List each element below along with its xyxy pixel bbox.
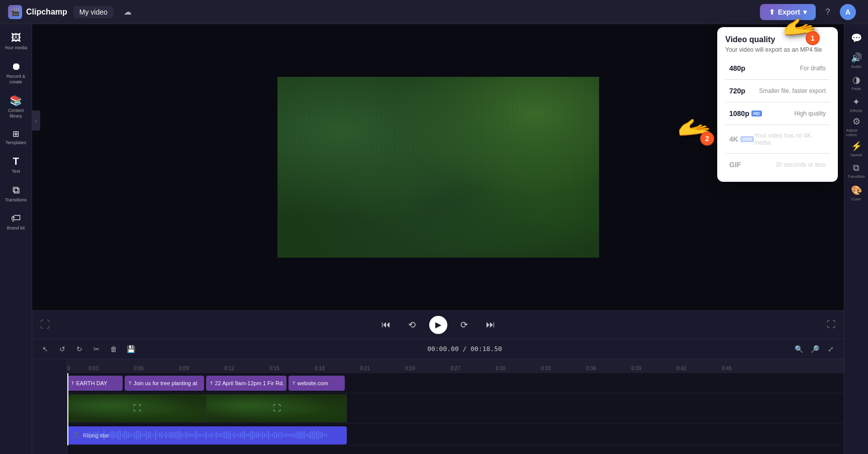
your-media-icon: 🖼 xyxy=(11,32,21,44)
right-tool-speed[interactable]: ⚡ Speed xyxy=(846,139,866,159)
export-arrow-icon: ▾ xyxy=(803,8,807,16)
ruler-marks: 0:03 0:06 0:09 0:12 0:15 0:18 0:21 0:24 … xyxy=(71,366,749,371)
quality-option-480p[interactable]: 480p For drafts xyxy=(725,59,830,77)
right-tool-captions[interactable]: 💬 xyxy=(846,28,866,48)
ruler-mark: 0:03 xyxy=(71,366,116,371)
video-clip-1[interactable]: ⛶ xyxy=(67,394,207,422)
zoom-controls: 🔍 🔎 ⤢ xyxy=(792,342,838,356)
templates-icon: ⊞ xyxy=(13,129,19,139)
transition-icon: ⧉ xyxy=(853,163,859,173)
divider xyxy=(725,125,830,125)
quality-desc-480p: For drafts xyxy=(800,65,826,72)
cut-tool[interactable]: ✂ xyxy=(89,342,104,356)
audio-track[interactable]: 🎵 Rising star xyxy=(67,426,347,444)
ruler-mark: 0:06 xyxy=(116,366,161,371)
topbar-right-icons: ⬆ Export ▾ ? A xyxy=(760,4,856,20)
user-avatar[interactable]: A xyxy=(840,4,856,20)
color-label: Color xyxy=(851,197,861,201)
play-button[interactable]: ▶ xyxy=(429,316,447,334)
speed-label: Speed xyxy=(850,153,862,157)
topbar: 🎬 Clipchamp My video ☁ ⬆ Export ▾ ? A xyxy=(0,0,868,24)
forward-button[interactable]: ⟳ xyxy=(455,316,473,334)
sidebar-item-record-create[interactable]: ⏺ Record & create xyxy=(2,57,30,89)
zoom-out-button[interactable]: 🔍 xyxy=(792,342,806,356)
quality-name-720p: 720p xyxy=(729,87,745,95)
sidebar-label-your-media: Your media xyxy=(5,45,27,51)
sidebar-item-templates[interactable]: ⊞ Templates xyxy=(2,125,30,150)
fullscreen-button[interactable]: ⛶ xyxy=(827,319,836,330)
save-tool[interactable]: 💾 xyxy=(124,342,138,356)
crop-icon[interactable]: ⛶ xyxy=(40,319,50,330)
help-icon[interactable]: ? xyxy=(820,4,836,20)
my-video-tab[interactable]: My video xyxy=(73,6,114,18)
right-tool-transition[interactable]: ⧉ Transition xyxy=(846,161,866,181)
fade-label: Fade xyxy=(851,86,860,91)
timeline-content: 0 0:03 0:06 0:09 0:12 0:15 0:18 0:21 0:2… xyxy=(32,359,844,454)
cloud-icon[interactable]: ☁ xyxy=(120,4,136,20)
divider xyxy=(725,153,830,154)
text-clip-website[interactable]: T website.com xyxy=(288,376,345,391)
sidebar-item-brand-kit[interactable]: 🏷 Brand kit xyxy=(2,208,30,235)
text-clip-label: EARTH DAY xyxy=(76,380,108,386)
text-clip-join[interactable]: T Join us for tree planting at xyxy=(125,376,204,391)
delete-tool[interactable]: 🗑 xyxy=(107,342,121,356)
text-clip-label: website.com xyxy=(298,380,328,386)
text-clip-label: 22 April 9am-12pm 1 Fir Rd. xyxy=(215,380,284,386)
sidebar-label-brand-kit: Brand kit xyxy=(7,225,25,231)
export-icon: ⬆ xyxy=(769,8,775,16)
clip-icon-1: ⛶ xyxy=(133,404,141,413)
skip-back-button[interactable]: ⏮ xyxy=(377,316,395,334)
timeline-toolbar: ↖ ↺ ↻ ✂ 🗑 💾 00:00.00 / 00:18.50 🔍 🔎 ⤢ xyxy=(32,339,844,359)
sidebar-label-templates: Templates xyxy=(6,140,26,146)
transitions-icon: ⧉ xyxy=(13,184,20,196)
zoom-in-button[interactable]: 🔎 xyxy=(808,342,822,356)
export-dropdown: Video quality Your video will export as … xyxy=(717,27,838,182)
left-sidebar: 🖼 Your media ⏺ Record & create 📚 Content… xyxy=(0,24,32,454)
video-background xyxy=(277,77,599,258)
quality-option-4k[interactable]: 4K UHD Your video has no 4K media xyxy=(725,127,830,151)
select-tool[interactable]: ↖ xyxy=(38,342,52,356)
audio-waveform xyxy=(67,426,347,444)
adjust-colors-icon: ⚙ xyxy=(852,116,860,127)
right-tool-audio[interactable]: 🔊 Audio xyxy=(846,50,866,70)
skip-forward-button[interactable]: ⏭ xyxy=(481,316,500,334)
right-tool-color[interactable]: 🎨 Color xyxy=(846,183,866,203)
quality-name-4k: 4K UHD xyxy=(729,135,754,143)
video-track-row: ⛶ ⛶ xyxy=(67,393,844,423)
undo-button[interactable]: ↺ xyxy=(55,342,69,356)
playback-controls: ⛶ ⏮ ⟲ ▶ ⟳ ⏭ ⛶ xyxy=(32,310,844,338)
sidebar-item-your-media[interactable]: 🖼 Your media xyxy=(2,28,30,55)
redo-button[interactable]: ↻ xyxy=(72,342,86,356)
sidebar-item-text[interactable]: T Text xyxy=(2,152,30,178)
quality-desc-4k: Your video has no 4K media xyxy=(754,132,826,146)
quality-label-4k: 4K xyxy=(729,135,738,143)
ruler-mark: 0:21 xyxy=(342,366,388,371)
quality-option-720p[interactable]: 720p Smaller file, faster export xyxy=(725,82,830,100)
uhd-badge: UHD xyxy=(740,136,754,142)
right-tool-fade[interactable]: ◑ Fade xyxy=(846,72,866,92)
sidebar-item-content-library[interactable]: 📚 Content library xyxy=(2,90,30,123)
timeline-left-panel xyxy=(32,359,67,454)
rewind-button[interactable]: ⟲ xyxy=(403,316,421,334)
right-tool-adjust-colors[interactable]: ⚙ Adjust colors xyxy=(846,117,866,137)
brand-kit-icon: 🏷 xyxy=(11,212,21,224)
text-icon: T xyxy=(13,156,19,167)
quality-option-gif[interactable]: GIF 30 seconds or less xyxy=(725,156,830,174)
quality-option-1080p[interactable]: 1080p HD High quality xyxy=(725,104,830,123)
ruler-mark: 0:42 xyxy=(659,366,704,371)
video-clip-2[interactable]: ⛶ xyxy=(207,394,347,422)
sidebar-collapse-button[interactable]: ‹ xyxy=(32,110,40,131)
sidebar-item-transitions[interactable]: ⧉ Transitions xyxy=(2,180,30,207)
right-tool-effects[interactable]: ✦ Effects xyxy=(846,94,866,115)
text-clip-earth-day[interactable]: T EARTH DAY xyxy=(67,376,123,391)
effects-label: Effects xyxy=(850,108,862,113)
fit-view-button[interactable]: ⤢ xyxy=(824,342,838,356)
audio-track-row: 🎵 Rising star xyxy=(67,423,844,445)
ruler-mark: 0:39 xyxy=(614,366,659,371)
video-track[interactable]: ⛶ ⛶ xyxy=(67,394,347,422)
export-button[interactable]: ⬆ Export ▾ xyxy=(760,4,816,20)
app-logo[interactable]: 🎬 Clipchamp xyxy=(8,5,67,19)
audio-label: Audio xyxy=(851,64,861,69)
playhead[interactable] xyxy=(67,373,68,445)
text-clip-date[interactable]: T 22 April 9am-12pm 1 Fir Rd. xyxy=(206,376,286,391)
